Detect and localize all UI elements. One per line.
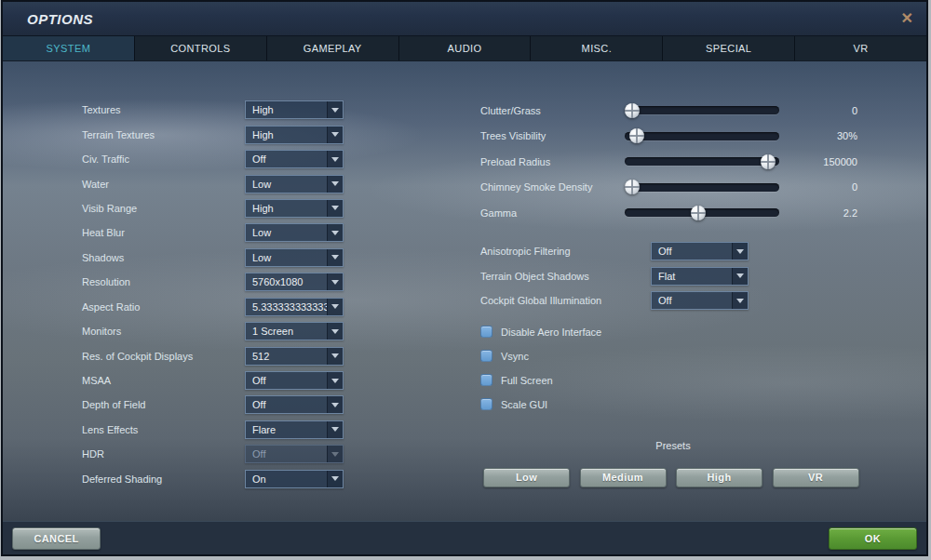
setting-dropdown[interactable]: Off <box>651 242 749 260</box>
setting-dropdown[interactable]: Flare <box>245 420 344 439</box>
checkbox[interactable] <box>480 350 492 362</box>
preset-button-label: High <box>707 472 731 483</box>
preset-button[interactable]: Low <box>483 468 570 487</box>
chevron-down-icon <box>331 157 339 162</box>
dropdown-arrow-button[interactable] <box>327 372 343 389</box>
cancel-button[interactable]: CANCEL <box>12 527 101 550</box>
dropdown-arrow-button[interactable] <box>732 268 748 285</box>
slider-track[interactable] <box>625 132 779 140</box>
slider-track[interactable] <box>625 183 779 192</box>
dropdown-value: Low <box>246 224 327 241</box>
dropdown-value: Low <box>246 176 327 193</box>
slider-track[interactable] <box>625 106 779 114</box>
presets-buttons: Low Medium High VR <box>468 468 878 487</box>
dropdown-value: Off <box>652 243 732 260</box>
setting-dropdown[interactable]: 5760x1080 <box>245 273 344 291</box>
setting-dropdown[interactable]: Flat <box>651 267 749 286</box>
tab[interactable]: MISC. <box>531 36 663 60</box>
dropdown-arrow-button[interactable] <box>327 224 343 241</box>
chevron-down-icon <box>736 249 744 254</box>
setting-dropdown[interactable]: 1 Screen <box>245 322 344 340</box>
setting-label: HDR <box>82 448 104 460</box>
tab[interactable]: SPECIAL <box>663 36 795 60</box>
footer-bar: CANCEL OK <box>3 521 926 554</box>
setting-dropdown[interactable]: 5.3333333333333 <box>245 298 344 316</box>
setting-dropdown[interactable]: Low <box>245 248 344 267</box>
dropdown-value: High <box>246 127 327 143</box>
slider-track[interactable] <box>625 157 779 166</box>
preset-button[interactable]: VR <box>773 468 859 487</box>
dropdown-arrow-button[interactable] <box>327 101 343 118</box>
dropdown-arrow-button[interactable] <box>327 446 343 462</box>
setting-dropdown[interactable]: Low <box>245 175 344 193</box>
setting-dropdown[interactable]: On <box>245 470 344 488</box>
setting-dropdown[interactable]: Off <box>245 150 344 168</box>
setting-dropdown[interactable]: Off <box>245 371 344 390</box>
dropdown-arrow-button[interactable] <box>327 249 343 266</box>
dropdown-arrow-button[interactable] <box>732 243 748 260</box>
setting-row: Terrain Textures High <box>3 122 468 146</box>
dropdown-value: Off <box>246 372 327 389</box>
dropdown-arrow-button[interactable] <box>327 176 343 193</box>
checkbox-row[interactable]: Vsync <box>468 344 878 368</box>
tab[interactable]: GAMEPLAY <box>267 36 399 60</box>
slider-label: Preload Radius <box>468 156 625 167</box>
setting-dropdown[interactable]: Off <box>245 445 344 463</box>
checkbox-row[interactable]: Scale GUI <box>468 393 878 417</box>
dropdown-arrow-button[interactable] <box>327 299 343 315</box>
preset-button[interactable]: Medium <box>580 468 667 487</box>
tab-label: SYSTEM <box>47 43 91 54</box>
setting-dropdown[interactable]: High <box>245 100 344 119</box>
setting-label: Anisotropic Filtering <box>480 246 571 257</box>
slider-handle[interactable] <box>625 103 640 118</box>
preset-button[interactable]: High <box>676 468 762 487</box>
checkbox-row[interactable]: Full Screen <box>468 368 878 393</box>
chevron-down-icon <box>331 452 339 457</box>
checkbox[interactable] <box>480 374 492 386</box>
tab[interactable]: SYSTEM <box>3 36 135 60</box>
setting-label: MSAA <box>82 375 111 386</box>
setting-dropdown[interactable]: Low <box>245 223 344 242</box>
dropdown-arrow-button[interactable] <box>327 421 343 438</box>
setting-dropdown[interactable]: 512 <box>245 347 344 366</box>
tab[interactable]: VR <box>795 36 926 60</box>
setting-dropdown[interactable]: High <box>245 199 344 218</box>
dropdown-value: Off <box>246 446 327 462</box>
dropdown-arrow-button[interactable] <box>327 127 343 143</box>
setting-label: Terrain Object Shadows <box>480 271 589 282</box>
dropdown-arrow-button[interactable] <box>327 471 343 487</box>
setting-row: Deferred Shading On <box>3 467 468 491</box>
slider-label: Trees Visibility <box>468 130 625 141</box>
slider-track[interactable] <box>625 208 779 217</box>
tab[interactable]: CONTROLS <box>135 36 267 60</box>
checkbox[interactable] <box>480 326 492 338</box>
dropdown-arrow-button[interactable] <box>327 273 343 290</box>
setting-row: Heat Blur Low <box>3 220 468 245</box>
slider-handle[interactable] <box>691 206 706 220</box>
tab[interactable]: AUDIO <box>399 36 532 60</box>
chevron-down-icon <box>331 476 339 481</box>
tab-label: MISC. <box>582 43 613 54</box>
close-icon[interactable]: ✕ <box>901 11 913 26</box>
slider-handle[interactable] <box>761 154 776 169</box>
chevron-down-icon <box>331 329 339 334</box>
dropdown-arrow-button[interactable] <box>327 200 343 217</box>
dropdown-arrow-button[interactable] <box>327 348 343 365</box>
dropdown-arrow-button[interactable] <box>732 292 748 309</box>
ok-button[interactable]: OK <box>829 527 917 550</box>
setting-dropdown[interactable]: Off <box>651 291 749 310</box>
slider-handle[interactable] <box>625 180 640 194</box>
checkbox[interactable] <box>480 398 492 410</box>
setting-dropdown[interactable]: High <box>245 126 344 144</box>
dropdown-arrow-button[interactable] <box>327 151 343 167</box>
setting-dropdown[interactable]: Off <box>245 395 344 414</box>
slider-label: Clutter/Grass <box>468 105 625 116</box>
checkbox-row[interactable]: Disable Aero Interface <box>468 320 878 344</box>
setting-label: Deferred Shading <box>82 473 162 485</box>
tab-label: GAMEPLAY <box>304 43 362 54</box>
slider-handle[interactable] <box>629 128 644 143</box>
dropdown-arrow-button[interactable] <box>327 323 343 340</box>
setting-row: Textures High <box>3 98 468 122</box>
setting-label: Terrain Textures <box>82 129 155 140</box>
dropdown-arrow-button[interactable] <box>327 396 343 413</box>
